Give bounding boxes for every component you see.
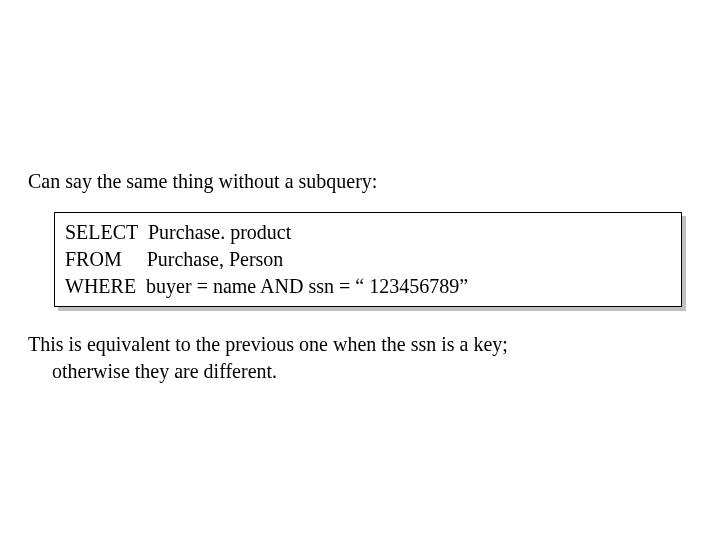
code-line-3: WHERE buyer = name AND ssn = “ 123456789… — [65, 273, 671, 300]
slide-content: Can say the same thing without a subquer… — [28, 168, 692, 385]
outro-line-2: otherwise they are different. — [28, 358, 692, 385]
code-block-wrapper: SELECT Purchase. product FROM Purchase, … — [54, 212, 682, 307]
outro-line-1: This is equivalent to the previous one w… — [28, 331, 692, 358]
outro-paragraph: This is equivalent to the previous one w… — [28, 331, 692, 385]
code-line-1: SELECT Purchase. product — [65, 219, 671, 246]
intro-paragraph: Can say the same thing without a subquer… — [28, 168, 692, 194]
code-block: SELECT Purchase. product FROM Purchase, … — [54, 212, 682, 307]
code-line-2: FROM Purchase, Person — [65, 246, 671, 273]
